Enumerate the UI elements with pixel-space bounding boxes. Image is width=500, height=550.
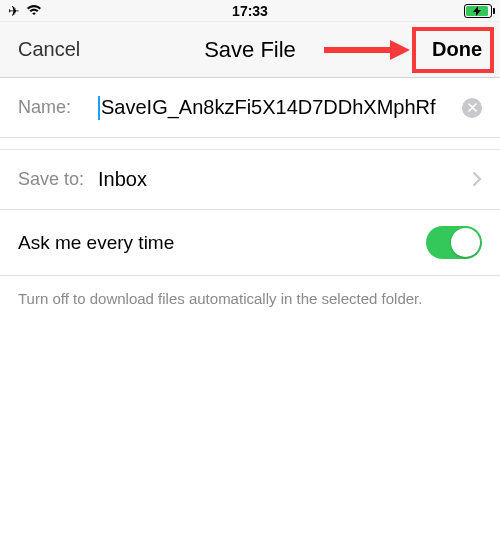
ask-toggle-switch[interactable] [426, 226, 482, 259]
status-time: 17:33 [232, 3, 268, 19]
airplane-icon: ✈ [8, 3, 20, 19]
battery-icon [464, 4, 492, 18]
status-bar: ✈ 17:33 [0, 0, 500, 22]
name-label: Name: [18, 97, 98, 118]
ask-toggle-row: Ask me every time [0, 210, 500, 276]
name-input[interactable] [101, 96, 456, 119]
chevron-right-icon [472, 167, 482, 193]
svg-marker-1 [390, 40, 410, 60]
ask-toggle-label: Ask me every time [18, 232, 174, 254]
wifi-icon [26, 3, 42, 19]
save-to-value: Inbox [98, 168, 464, 191]
description-text: Turn off to download files automatically… [0, 276, 500, 321]
save-to-label: Save to: [18, 169, 98, 190]
done-button[interactable]: Done [432, 38, 482, 61]
clear-icon[interactable] [462, 98, 482, 118]
switch-knob [451, 228, 480, 257]
name-row[interactable]: Name: [0, 78, 500, 138]
save-to-row[interactable]: Save to: Inbox [0, 150, 500, 210]
page-title: Save File [204, 37, 296, 63]
cancel-button[interactable]: Cancel [18, 38, 80, 61]
nav-bar: Cancel Save File Done [0, 22, 500, 78]
arrow-annotation [320, 35, 410, 65]
text-cursor [98, 96, 100, 120]
